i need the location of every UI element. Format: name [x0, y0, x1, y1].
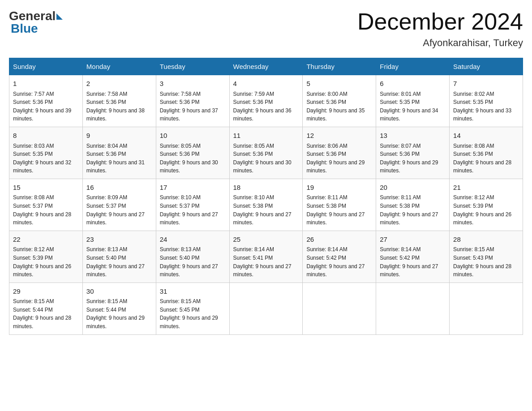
- day-info: Sunrise: 8:11 AMSunset: 5:38 PMDaylight:…: [306, 193, 372, 227]
- calendar-week-row: 8Sunrise: 8:03 AMSunset: 5:35 PMDaylight…: [9, 127, 523, 179]
- day-number: 8: [13, 131, 79, 141]
- day-info: Sunrise: 8:15 AMSunset: 5:44 PMDaylight:…: [86, 297, 152, 330]
- day-info: Sunrise: 8:00 AMSunset: 5:36 PMDaylight:…: [306, 90, 372, 123]
- day-number: 1: [13, 79, 79, 89]
- day-info: Sunrise: 8:10 AMSunset: 5:37 PMDaylight:…: [160, 193, 226, 227]
- day-number: 24: [160, 235, 226, 245]
- day-info: Sunrise: 8:15 AMSunset: 5:43 PMDaylight:…: [453, 245, 519, 278]
- day-number: 9: [86, 131, 152, 141]
- table-row: 1Sunrise: 7:57 AMSunset: 5:36 PMDaylight…: [9, 75, 83, 127]
- table-row: 26Sunrise: 8:14 AMSunset: 5:42 PMDayligh…: [303, 231, 376, 283]
- calendar-header-row: Sunday Monday Tuesday Wednesday Thursday…: [9, 58, 523, 75]
- day-info: Sunrise: 8:09 AMSunset: 5:37 PMDaylight:…: [86, 193, 152, 227]
- col-sunday: Sunday: [9, 58, 83, 75]
- table-row: 15Sunrise: 8:08 AMSunset: 5:37 PMDayligh…: [9, 179, 83, 231]
- day-number: 18: [233, 183, 299, 193]
- day-number: 7: [453, 79, 519, 89]
- calendar-table: Sunday Monday Tuesday Wednesday Thursday…: [9, 58, 523, 334]
- day-number: 17: [160, 183, 226, 193]
- day-info: Sunrise: 8:10 AMSunset: 5:38 PMDaylight:…: [233, 193, 299, 227]
- day-number: 12: [306, 131, 372, 141]
- logo-blue-text: Blue: [9, 21, 63, 36]
- col-friday: Friday: [376, 58, 450, 75]
- day-info: Sunrise: 8:11 AMSunset: 5:38 PMDaylight:…: [380, 193, 446, 227]
- day-number: 31: [160, 287, 226, 297]
- day-info: Sunrise: 8:01 AMSunset: 5:35 PMDaylight:…: [380, 90, 446, 123]
- table-row: 4Sunrise: 7:59 AMSunset: 5:36 PMDaylight…: [229, 75, 303, 127]
- day-number: 6: [380, 79, 446, 89]
- day-info: Sunrise: 8:12 AMSunset: 5:39 PMDaylight:…: [13, 245, 79, 278]
- day-info: Sunrise: 8:12 AMSunset: 5:39 PMDaylight:…: [453, 193, 519, 227]
- day-info: Sunrise: 7:57 AMSunset: 5:36 PMDaylight:…: [13, 90, 79, 123]
- day-number: 13: [380, 131, 446, 141]
- col-saturday: Saturday: [450, 58, 523, 75]
- col-tuesday: Tuesday: [156, 58, 229, 75]
- table-row: 14Sunrise: 8:08 AMSunset: 5:36 PMDayligh…: [450, 127, 523, 179]
- day-number: 21: [453, 183, 519, 193]
- table-row: 28Sunrise: 8:15 AMSunset: 5:43 PMDayligh…: [450, 231, 523, 283]
- day-info: Sunrise: 8:15 AMSunset: 5:45 PMDaylight:…: [160, 297, 226, 330]
- table-row: 12Sunrise: 8:06 AMSunset: 5:36 PMDayligh…: [303, 127, 376, 179]
- day-number: 19: [306, 183, 372, 193]
- day-number: 30: [86, 287, 152, 297]
- table-row: 5Sunrise: 8:00 AMSunset: 5:36 PMDaylight…: [303, 75, 376, 127]
- month-year-title: December 2024: [357, 9, 523, 34]
- location-subtitle: Afyonkarahisar, Turkey: [357, 37, 523, 49]
- day-info: Sunrise: 7:58 AMSunset: 5:36 PMDaylight:…: [160, 90, 226, 123]
- table-row: 31Sunrise: 8:15 AMSunset: 5:45 PMDayligh…: [156, 283, 229, 334]
- table-row: 27Sunrise: 8:14 AMSunset: 5:42 PMDayligh…: [376, 231, 450, 283]
- day-info: Sunrise: 8:08 AMSunset: 5:37 PMDaylight:…: [13, 193, 79, 227]
- day-number: 3: [160, 79, 226, 89]
- table-row: 30Sunrise: 8:15 AMSunset: 5:44 PMDayligh…: [82, 283, 156, 334]
- title-block: December 2024 Afyonkarahisar, Turkey: [357, 9, 523, 49]
- day-number: 11: [233, 131, 299, 141]
- day-info: Sunrise: 7:58 AMSunset: 5:36 PMDaylight:…: [86, 90, 152, 123]
- table-row: 24Sunrise: 8:13 AMSunset: 5:40 PMDayligh…: [156, 231, 229, 283]
- day-info: Sunrise: 8:14 AMSunset: 5:42 PMDaylight:…: [306, 245, 372, 278]
- logo-arrow-icon: [56, 13, 63, 20]
- table-row: 16Sunrise: 8:09 AMSunset: 5:37 PMDayligh…: [82, 179, 156, 231]
- col-wednesday: Wednesday: [229, 58, 303, 75]
- day-number: 15: [13, 183, 79, 193]
- table-row: [303, 283, 376, 334]
- day-info: Sunrise: 8:13 AMSunset: 5:40 PMDaylight:…: [160, 245, 226, 278]
- day-number: 4: [233, 79, 299, 89]
- table-row: 11Sunrise: 8:05 AMSunset: 5:36 PMDayligh…: [229, 127, 303, 179]
- day-number: 25: [233, 235, 299, 245]
- table-row: 6Sunrise: 8:01 AMSunset: 5:35 PMDaylight…: [376, 75, 450, 127]
- day-info: Sunrise: 8:08 AMSunset: 5:36 PMDaylight:…: [453, 142, 519, 175]
- calendar-week-row: 15Sunrise: 8:08 AMSunset: 5:37 PMDayligh…: [9, 179, 523, 231]
- day-number: 29: [13, 287, 79, 297]
- day-number: 20: [380, 183, 446, 193]
- day-info: Sunrise: 8:06 AMSunset: 5:36 PMDaylight:…: [306, 142, 372, 175]
- col-monday: Monday: [82, 58, 156, 75]
- table-row: 9Sunrise: 8:04 AMSunset: 5:36 PMDaylight…: [82, 127, 156, 179]
- day-info: Sunrise: 8:14 AMSunset: 5:41 PMDaylight:…: [233, 245, 299, 278]
- day-number: 2: [86, 79, 152, 89]
- day-info: Sunrise: 8:04 AMSunset: 5:36 PMDaylight:…: [86, 142, 152, 175]
- day-info: Sunrise: 8:13 AMSunset: 5:40 PMDaylight:…: [86, 245, 152, 278]
- table-row: [376, 283, 450, 334]
- table-row: [450, 283, 523, 334]
- table-row: 7Sunrise: 8:02 AMSunset: 5:35 PMDaylight…: [450, 75, 523, 127]
- table-row: 18Sunrise: 8:10 AMSunset: 5:38 PMDayligh…: [229, 179, 303, 231]
- table-row: 23Sunrise: 8:13 AMSunset: 5:40 PMDayligh…: [82, 231, 156, 283]
- day-number: 27: [380, 235, 446, 245]
- day-info: Sunrise: 7:59 AMSunset: 5:36 PMDaylight:…: [233, 90, 299, 123]
- table-row: 3Sunrise: 7:58 AMSunset: 5:36 PMDaylight…: [156, 75, 229, 127]
- table-row: 17Sunrise: 8:10 AMSunset: 5:37 PMDayligh…: [156, 179, 229, 231]
- table-row: 25Sunrise: 8:14 AMSunset: 5:41 PMDayligh…: [229, 231, 303, 283]
- table-row: 19Sunrise: 8:11 AMSunset: 5:38 PMDayligh…: [303, 179, 376, 231]
- page-header: General Blue December 2024 Afyonkarahisa…: [9, 9, 523, 49]
- day-info: Sunrise: 8:15 AMSunset: 5:44 PMDaylight:…: [13, 297, 79, 330]
- day-info: Sunrise: 8:07 AMSunset: 5:36 PMDaylight:…: [380, 142, 446, 175]
- table-row: 2Sunrise: 7:58 AMSunset: 5:36 PMDaylight…: [82, 75, 156, 127]
- day-info: Sunrise: 8:03 AMSunset: 5:35 PMDaylight:…: [13, 142, 79, 175]
- day-info: Sunrise: 8:02 AMSunset: 5:35 PMDaylight:…: [453, 90, 519, 123]
- day-number: 14: [453, 131, 519, 141]
- day-number: 26: [306, 235, 372, 245]
- table-row: 10Sunrise: 8:05 AMSunset: 5:36 PMDayligh…: [156, 127, 229, 179]
- col-thursday: Thursday: [303, 58, 376, 75]
- table-row: [229, 283, 303, 334]
- calendar-week-row: 1Sunrise: 7:57 AMSunset: 5:36 PMDaylight…: [9, 75, 523, 127]
